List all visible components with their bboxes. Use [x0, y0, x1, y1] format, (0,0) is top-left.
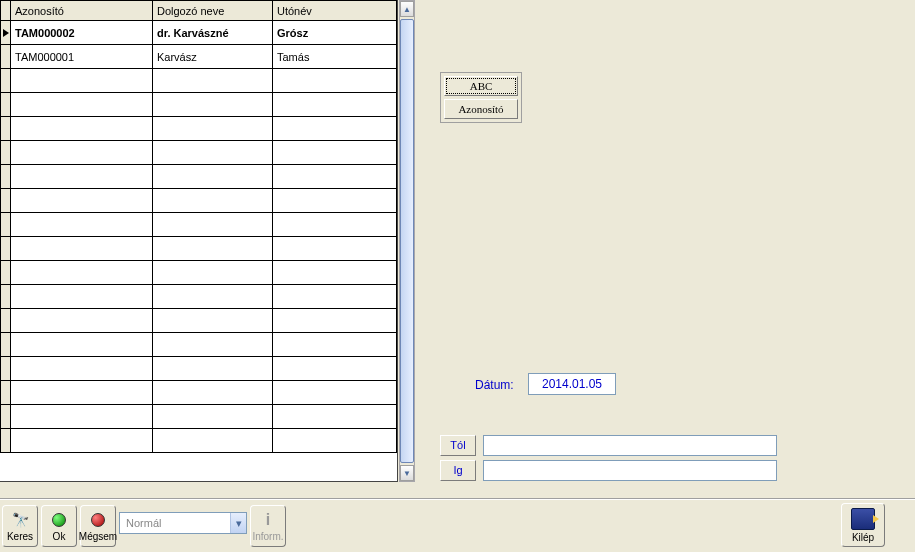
ig-button[interactable]: Ig [440, 460, 476, 481]
cell[interactable] [273, 381, 397, 405]
mode-combo-value: Normál [126, 517, 161, 529]
row-marker [1, 93, 11, 117]
cell[interactable] [273, 261, 397, 285]
employee-table: Azonosító Dolgozó neve Utónév TAM000002d… [0, 0, 397, 453]
tol-input[interactable] [483, 435, 777, 456]
cell[interactable]: Tamás [273, 45, 397, 69]
megsem-button[interactable]: Mégsem [80, 505, 116, 547]
cell[interactable] [11, 309, 153, 333]
cell[interactable] [153, 189, 273, 213]
cell[interactable]: TAM000002 [11, 21, 153, 45]
cell[interactable]: TAM000001 [11, 45, 153, 69]
cell[interactable] [153, 405, 273, 429]
cell[interactable] [11, 93, 153, 117]
cell[interactable] [273, 309, 397, 333]
azonosito-button[interactable]: Azonosító [444, 99, 518, 119]
datum-label: Dátum: [475, 378, 514, 392]
scroll-up-button[interactable]: ▲ [400, 1, 414, 17]
cell[interactable] [273, 357, 397, 381]
cell[interactable] [273, 141, 397, 165]
table-row[interactable]: TAM000001KarvászTamás [1, 45, 397, 69]
mode-combo[interactable]: Normál ▾ [119, 512, 247, 534]
cell[interactable] [11, 261, 153, 285]
datum-value[interactable]: 2014.01.05 [528, 373, 616, 395]
cell[interactable] [153, 357, 273, 381]
inform-button: i Inform. [250, 505, 286, 547]
row-marker [1, 141, 11, 165]
cell[interactable] [153, 237, 273, 261]
table-row[interactable] [1, 165, 397, 189]
cell[interactable]: Grósz [273, 21, 397, 45]
cell[interactable] [11, 357, 153, 381]
table-row[interactable] [1, 69, 397, 93]
cell[interactable] [11, 213, 153, 237]
cell[interactable] [273, 189, 397, 213]
cell[interactable] [273, 237, 397, 261]
cell[interactable] [153, 333, 273, 357]
cell[interactable] [153, 285, 273, 309]
cell[interactable] [153, 69, 273, 93]
cell[interactable] [153, 117, 273, 141]
cell[interactable] [273, 333, 397, 357]
cell[interactable] [153, 93, 273, 117]
cell[interactable] [273, 405, 397, 429]
tol-button[interactable]: Tól [440, 435, 476, 456]
cell[interactable] [11, 69, 153, 93]
chevron-down-icon: ▼ [403, 469, 411, 478]
table-row[interactable] [1, 309, 397, 333]
scroll-down-button[interactable]: ▼ [400, 465, 414, 481]
cell[interactable] [153, 429, 273, 453]
table-row[interactable] [1, 357, 397, 381]
red-circle-icon [89, 511, 107, 529]
cell[interactable] [153, 141, 273, 165]
cell[interactable] [273, 213, 397, 237]
cell[interactable] [11, 285, 153, 309]
cell[interactable] [11, 237, 153, 261]
cell[interactable] [11, 429, 153, 453]
table-row[interactable] [1, 405, 397, 429]
table-row[interactable] [1, 237, 397, 261]
table-row[interactable]: TAM000002dr. KarvásznéGrósz [1, 21, 397, 45]
cell[interactable] [273, 429, 397, 453]
cell[interactable] [11, 333, 153, 357]
cell[interactable] [273, 117, 397, 141]
table-row[interactable] [1, 189, 397, 213]
abc-button[interactable]: ABC [444, 76, 518, 96]
table-row[interactable] [1, 141, 397, 165]
table-row[interactable] [1, 261, 397, 285]
table-row[interactable] [1, 429, 397, 453]
row-marker [1, 69, 11, 93]
table-scrollbar[interactable]: ▲ ▼ [399, 0, 415, 482]
cell[interactable] [11, 117, 153, 141]
table-row[interactable] [1, 93, 397, 117]
cell[interactable] [273, 285, 397, 309]
cell[interactable] [273, 165, 397, 189]
cell[interactable] [153, 309, 273, 333]
cell[interactable]: Karvász [153, 45, 273, 69]
table-row[interactable] [1, 333, 397, 357]
col-utonev[interactable]: Utónév [273, 1, 397, 21]
ig-input[interactable] [483, 460, 777, 481]
cell[interactable] [153, 261, 273, 285]
cell[interactable] [11, 405, 153, 429]
ok-button[interactable]: Ok [41, 505, 77, 547]
table-row[interactable] [1, 117, 397, 141]
col-dolgozo-neve[interactable]: Dolgozó neve [153, 1, 273, 21]
table-row[interactable] [1, 285, 397, 309]
table-row[interactable] [1, 213, 397, 237]
cell[interactable] [11, 165, 153, 189]
cell[interactable]: dr. Karvászné [153, 21, 273, 45]
kilep-button[interactable]: Kilép [841, 503, 885, 547]
cell[interactable] [273, 69, 397, 93]
keres-button[interactable]: 🔭 Keres [2, 505, 38, 547]
cell[interactable] [11, 381, 153, 405]
table-row[interactable] [1, 381, 397, 405]
cell[interactable] [11, 189, 153, 213]
cell[interactable] [153, 381, 273, 405]
cell[interactable] [11, 141, 153, 165]
cell[interactable] [153, 165, 273, 189]
col-azonosito[interactable]: Azonosító [11, 1, 153, 21]
cell[interactable] [273, 93, 397, 117]
cell[interactable] [153, 213, 273, 237]
scroll-thumb[interactable] [400, 19, 414, 463]
